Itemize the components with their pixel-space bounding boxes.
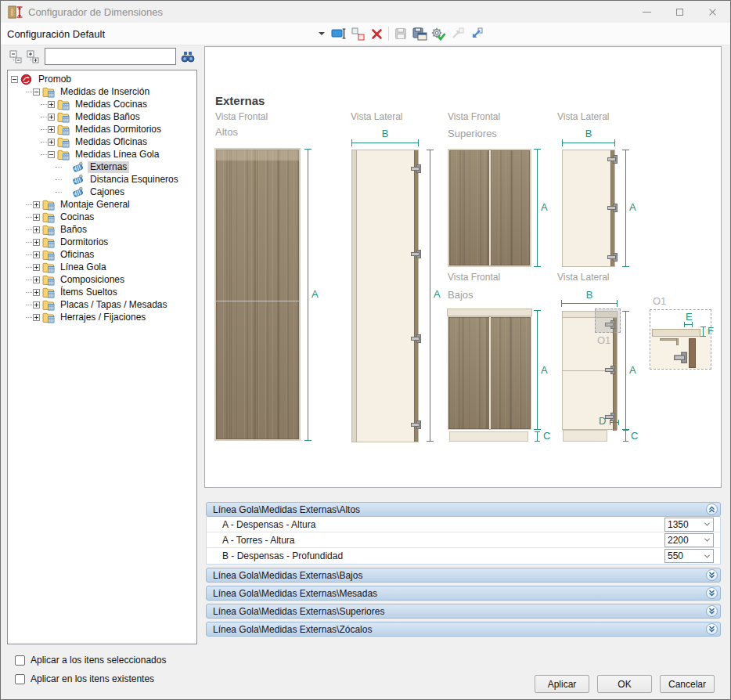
expand-section-button[interactable] — [706, 605, 718, 617]
section-header[interactable]: Línea Gola\Medidas Externas\Zócalos — [206, 622, 721, 637]
dim-line-a-sup-front — [537, 149, 538, 267]
tree-item-ítems-sueltos[interactable]: Ítems Sueltos — [8, 286, 196, 298]
section-header[interactable]: Línea Gola\Medidas Externas\Superiores — [206, 604, 721, 619]
expand-section-button[interactable] — [706, 569, 718, 581]
value-dropdown[interactable]: 2200 — [664, 533, 714, 547]
config-toolbar: Configuración Default — [1, 23, 730, 45]
tree-item-composiciones[interactable]: Composiciones — [8, 273, 196, 286]
value-text: 2200 — [665, 534, 701, 547]
tree-item-medidas-línea-gola[interactable]: Medidas Línea Gola — [8, 148, 196, 161]
minimize-button[interactable] — [630, 1, 663, 23]
expand-toggle-icon[interactable] — [33, 226, 40, 233]
tree-item-medidas-de-inserción[interactable]: Medidas de Inserción — [8, 85, 196, 98]
aplicar-button[interactable]: Aplicar — [535, 675, 589, 693]
import-icon[interactable] — [466, 24, 485, 43]
apply-option-1: Aplicar a los itens seleccionados — [15, 655, 166, 666]
section: Línea Gola\Medidas Externas\Zócalos — [206, 622, 721, 637]
config-dropdown[interactable]: Configuración Default — [1, 23, 329, 45]
tree-item-cocinas[interactable]: Cocinas — [8, 211, 196, 223]
tree-item-baños[interactable]: Baños — [8, 223, 196, 236]
expand-toggle-icon[interactable] — [33, 251, 40, 258]
tree-item-dormitorios[interactable]: Dormitorios — [8, 236, 196, 248]
bajos-front-cabinet — [448, 316, 531, 430]
dim-a: A — [311, 288, 319, 300]
rename-icon[interactable] — [329, 24, 348, 43]
countertop-slab — [652, 329, 700, 337]
chevron-down-icon — [701, 534, 713, 547]
export-icon[interactable] — [448, 24, 466, 43]
tree-item-medidas-oficinas[interactable]: Medidas Oficinas — [8, 135, 196, 148]
folder-icon — [42, 86, 55, 98]
tree-item-medidas-baños[interactable]: Medidas Baños — [8, 110, 196, 123]
dim-line-a-bajos-lat — [625, 311, 626, 430]
expand-toggle-icon[interactable] — [33, 239, 40, 246]
tree-item-medidas-dormitorios[interactable]: Medidas Dormitorios — [8, 123, 196, 135]
checkbox[interactable] — [15, 674, 25, 684]
collapse-toggle-icon[interactable] — [48, 151, 55, 158]
find-button[interactable] — [179, 48, 196, 65]
tree-item-herrajes-fijaciones[interactable]: Herrajes / Fijaciones — [8, 311, 196, 323]
tree-item-distancia-esquineros[interactable]: Distancia Esquineros — [8, 173, 196, 186]
view-label-lateral-sup: Vista Lateral — [557, 111, 610, 122]
expand-toggle-icon[interactable] — [48, 114, 55, 121]
apply-gear-icon[interactable] — [429, 24, 448, 43]
value-dropdown[interactable]: 1350 — [664, 518, 714, 532]
ok-button[interactable]: OK — [597, 675, 652, 693]
tree-item-label: Placas / Tapas / Mesadas — [58, 299, 170, 311]
delete-icon[interactable] — [367, 24, 386, 43]
maximize-button[interactable] — [663, 1, 696, 23]
collapse-toggle-icon[interactable] — [11, 76, 18, 83]
expand-section-button[interactable] — [706, 587, 718, 599]
expand-section-button[interactable] — [706, 623, 718, 635]
save-config-icon[interactable] — [410, 24, 429, 43]
close-icon — [708, 8, 717, 16]
tree-item-promob[interactable]: Promob — [8, 73, 196, 85]
o1-detail-label: O1 — [653, 295, 666, 307]
tree-item-label: Baños — [58, 224, 89, 236]
section-header[interactable]: Línea Gola\Medidas Externas\Bajos — [206, 568, 721, 583]
expand-toggle-icon[interactable] — [48, 139, 55, 146]
save-icon[interactable] — [391, 24, 410, 43]
expand-toggle-icon[interactable] — [33, 301, 40, 309]
folder-icon — [42, 312, 55, 323]
tag-icon — [72, 161, 85, 173]
section-header[interactable]: Línea Gola\Medidas Externas\Mesadas — [206, 586, 721, 601]
tree-item-externas[interactable]: Externas — [8, 161, 196, 173]
measure-label: A - Torres - Altura — [222, 535, 664, 546]
search-input[interactable] — [45, 48, 176, 65]
tree-item-oficinas[interactable]: Oficinas — [8, 248, 196, 261]
tree-item-placas-tapas-mesadas[interactable]: Placas / Tapas / Mesadas — [8, 298, 196, 311]
dim-line-a-altos-front — [308, 149, 308, 441]
collapse-all-button[interactable] — [7, 48, 24, 65]
section-header[interactable]: Línea Gola\Medidas Externas\Altos — [206, 502, 721, 517]
tree-item-montaje-general[interactable]: Montaje General — [8, 198, 196, 211]
expand-toggle-icon[interactable] — [33, 314, 40, 321]
value-dropdown[interactable]: 550 — [664, 549, 714, 563]
expand-toggle-icon[interactable] — [33, 289, 40, 296]
collapse-toggle-icon[interactable] — [33, 88, 40, 96]
expand-toggle-icon[interactable] — [33, 201, 40, 208]
dim-line-e — [684, 324, 693, 325]
chevron-down-icon — [701, 550, 713, 562]
altos-lateral-cabinet — [351, 150, 419, 442]
expand-toggle-icon[interactable] — [33, 214, 40, 221]
section-rows: A - Despensas - Altura1350A - Torres - A… — [206, 517, 721, 565]
checkbox[interactable] — [15, 655, 25, 666]
tree-item-línea-gola[interactable]: Línea Gola — [8, 261, 196, 273]
folder-icon — [42, 224, 55, 236]
expand-toggle-icon[interactable] — [33, 264, 40, 271]
collapse-section-button[interactable] — [706, 503, 718, 515]
close-button[interactable] — [696, 1, 729, 23]
expand-toggle-icon[interactable] — [33, 276, 40, 283]
group-label-altos: Altos — [215, 126, 238, 138]
expand-all-button[interactable] — [24, 48, 41, 65]
cancelar-button[interactable]: Cancelar — [660, 675, 715, 693]
expand-toggle-icon[interactable] — [48, 101, 55, 108]
dim-line-a-bajos-front — [537, 310, 538, 430]
expand-toggle-icon[interactable] — [48, 126, 55, 133]
dim-line-d — [610, 422, 619, 423]
app-dimension-icon — [8, 5, 23, 19]
tree-item-cajones[interactable]: Cajones — [8, 186, 196, 198]
duplicate-icon[interactable] — [348, 24, 367, 43]
tree-item-medidas-cocinas[interactable]: Medidas Cocinas — [8, 98, 196, 110]
